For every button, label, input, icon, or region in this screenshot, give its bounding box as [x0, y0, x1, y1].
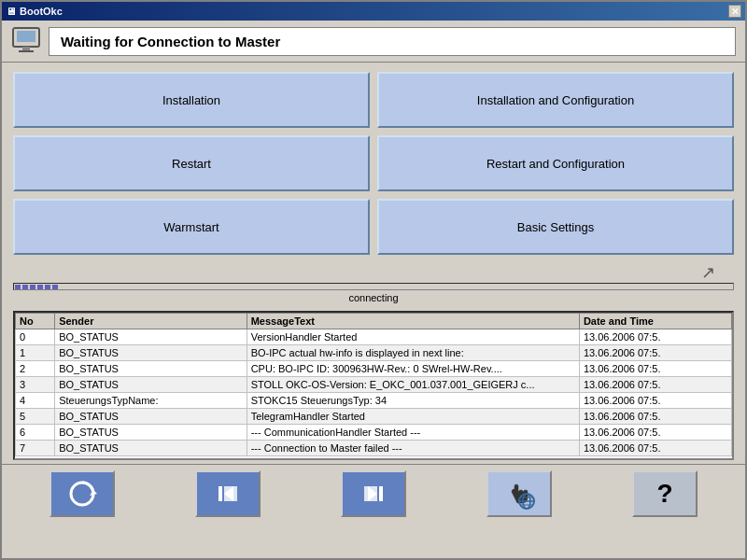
table-cell-no: 6 [16, 425, 55, 441]
table-cell-sender: BO_STATUS [55, 425, 247, 441]
svg-rect-2 [22, 47, 30, 50]
refresh-button[interactable] [49, 470, 115, 517]
header-icon [11, 26, 41, 56]
warmstart-button[interactable]: Warmstart [13, 199, 370, 255]
table-row: 3BO_STATUSSTOLL OKC-OS-Version: E_OKC_00… [16, 377, 732, 393]
table-cell-message: STOKC15 SteuerungsTyp: 34 [247, 393, 579, 409]
network-icon [502, 477, 536, 511]
table-cell-message: TelegramHandler Started [247, 409, 579, 425]
arrow-left-icon [211, 477, 245, 511]
close-button[interactable]: ✕ [728, 5, 741, 18]
table-header-row: No Sender MessageText Date and Time [16, 314, 732, 329]
table-cell-sender: SteuerungsTypName: [55, 393, 247, 409]
table-cell-sender: BO_STATUS [55, 361, 247, 377]
table-row: 1BO_STATUSBO-IPC actual hw-info is displ… [16, 345, 732, 361]
table-wrapper[interactable]: No Sender MessageText Date and Time 0BO_… [15, 313, 732, 458]
table-cell-no: 7 [16, 441, 55, 456]
table-cell-sender: BO_STATUS [55, 441, 247, 456]
connecting-text: connecting [2, 290, 745, 305]
table-cell-message: VersionHandler Started [247, 329, 579, 345]
table-cell-message: BO-IPC actual hw-info is displayed in ne… [247, 345, 579, 361]
basic-settings-button[interactable]: Basic Settings [377, 199, 734, 255]
title-bar-left: 🖥 BootOkc [6, 6, 63, 17]
table-cell-message: --- Connection to Master failed --- [247, 441, 579, 456]
table-cell-no: 1 [16, 345, 55, 361]
title-bar: 🖥 BootOkc ✕ [2, 2, 745, 21]
table-cell-date: 13.06.2006 07:5. [579, 409, 731, 425]
svg-rect-1 [17, 31, 35, 42]
table-cell-message: STOLL OKC-OS-Version: E_OKC_001.037.001_… [247, 377, 579, 393]
table-cell-sender: BO_STATUS [55, 377, 247, 393]
table-cell-no: 3 [16, 377, 55, 393]
window-title: BootOkc [20, 6, 63, 17]
table-cell-date: 13.06.2006 07:5. [579, 441, 731, 456]
question-mark-icon: ? [656, 479, 672, 509]
message-table-container: No Sender MessageText Date and Time 0BO_… [13, 311, 734, 460]
header-area: Waiting for Connection to Master [2, 21, 745, 63]
app-icon: 🖥 [6, 6, 16, 17]
table-cell-date: 13.06.2006 07:5. [579, 329, 731, 345]
col-date: Date and Time [579, 314, 731, 329]
restart-config-button[interactable]: Restart and Configuration [377, 135, 734, 191]
table-cell-date: 13.06.2006 07:5. [579, 393, 731, 409]
installation-button[interactable]: Installation [13, 72, 370, 128]
col-message: MessageText [247, 314, 579, 329]
forward-button[interactable] [341, 470, 406, 517]
page-title: Waiting for Connection to Master [49, 27, 736, 56]
table-cell-date: 13.06.2006 07:5. [579, 425, 731, 441]
table-cell-no: 4 [16, 393, 55, 409]
message-table: No Sender MessageText Date and Time 0BO_… [15, 313, 732, 456]
diagonal-arrow-icon: ↗ [374, 262, 734, 283]
col-no: No [16, 314, 55, 329]
refresh-icon [65, 477, 99, 511]
table-cell-date: 13.06.2006 07:5. [579, 377, 731, 393]
table-row: 2BO_STATUSCPU: BO-IPC ID: 300963HW-Rev.:… [16, 361, 732, 377]
table-cell-message: --- CommunicationHandler Started --- [247, 425, 579, 441]
network-button[interactable] [486, 470, 552, 517]
svg-rect-11 [379, 486, 383, 501]
table-row: 0BO_STATUSVersionHandler Started13.06.20… [16, 329, 732, 345]
table-cell-sender: BO_STATUS [55, 329, 247, 345]
table-row: 6BO_STATUS--- CommunicationHandler Start… [16, 425, 732, 441]
table-cell-sender: BO_STATUS [55, 409, 247, 425]
progress-bar [13, 283, 734, 290]
back-button[interactable] [195, 470, 261, 517]
restart-button[interactable]: Restart [13, 135, 370, 191]
bottom-toolbar: ? [2, 464, 745, 523]
col-sender: Sender [55, 314, 247, 329]
table-cell-no: 2 [16, 361, 55, 377]
svg-rect-3 [19, 50, 34, 52]
table-cell-date: 13.06.2006 07:5. [579, 345, 731, 361]
table-cell-date: 13.06.2006 07:5. [579, 361, 731, 377]
connecting-area: ↗ connecting [2, 260, 745, 307]
table-row: 5BO_STATUSTelegramHandler Started13.06.2… [16, 409, 732, 425]
svg-rect-8 [218, 486, 222, 501]
help-button[interactable]: ? [632, 470, 698, 517]
installation-config-button[interactable]: Installation and Configuration [377, 72, 734, 128]
arrow-right-icon [357, 477, 390, 511]
button-grid: Installation Installation and Configurat… [2, 63, 745, 260]
table-cell-no: 5 [16, 409, 55, 425]
table-row: 4SteuerungsTypName:STOKC15 SteuerungsTyp… [16, 393, 732, 409]
table-cell-no: 0 [16, 329, 55, 345]
table-cell-sender: BO_STATUS [55, 345, 247, 361]
table-row: 7BO_STATUS--- Connection to Master faile… [16, 441, 732, 456]
table-cell-message: CPU: BO-IPC ID: 300963HW-Rev.: 0 SWrel-H… [247, 361, 579, 377]
